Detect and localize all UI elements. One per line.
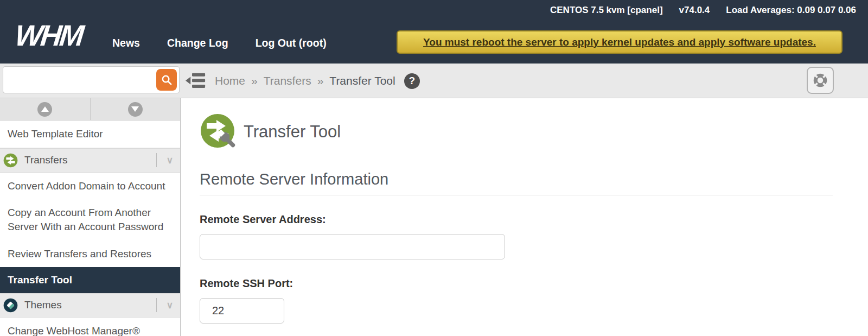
page-title-row: Transfer Tool [200, 113, 833, 151]
breadcrumb-current: Transfer Tool [329, 74, 395, 87]
sidebar-item-web-template-editor[interactable]: Web Template Editor [0, 121, 180, 148]
lifesaver-icon [811, 71, 829, 90]
sidebar-scroll-controls [0, 98, 180, 121]
remote-ssh-port-label: Remote SSH Port: [200, 277, 833, 290]
header-strip: Home » Transfers » Transfer Tool ? [0, 64, 868, 98]
remote-ssh-port-input[interactable] [200, 298, 284, 324]
collapse-sidebar-icon[interactable] [186, 72, 206, 90]
nav-link-log-out[interactable]: Log Out (root) [256, 37, 327, 49]
search-box [3, 66, 180, 93]
whm-version: v74.0.4 [679, 5, 710, 16]
breadcrumb-transfers[interactable]: Transfers [264, 74, 311, 87]
load-averages: Load Averages: 0.09 0.07 0.06 [726, 5, 856, 16]
sidebar-group-themes[interactable]: Themes ∨ [0, 293, 180, 318]
search-icon [161, 74, 173, 86]
sidebar-item-transfer-tool[interactable]: Transfer Tool [0, 267, 180, 293]
breadcrumb-separator: » [317, 74, 324, 87]
reboot-alert-banner[interactable]: You must reboot the server to apply kern… [397, 30, 843, 54]
sidebar-item-review-transfers[interactable]: Review Transfers and Restores [0, 240, 180, 268]
page-title: Transfer Tool [244, 122, 341, 142]
section-title: Remote Server Information [200, 170, 833, 195]
scroll-down-button[interactable] [90, 98, 181, 120]
group-divider [156, 153, 157, 167]
system-info: CENTOS 7.5 kvm [cpanel] [550, 5, 663, 16]
transfers-icon [3, 153, 18, 168]
remote-server-address-input[interactable] [200, 234, 505, 259]
transfer-tool-icon [200, 113, 238, 151]
arrow-down-icon [128, 102, 143, 117]
group-divider [156, 298, 157, 312]
breadcrumb-home[interactable]: Home [215, 74, 245, 87]
top-navbar: CENTOS 7.5 kvm [cpanel] v74.0.4 Load Ave… [0, 0, 868, 64]
breadcrumb-separator: » [251, 74, 258, 87]
whm-logo[interactable]: WHM [14, 18, 84, 52]
chevron-down-icon[interactable]: ∨ [164, 155, 176, 166]
search-input[interactable] [3, 67, 155, 93]
reboot-alert-link[interactable]: You must reboot the server to apply kern… [423, 36, 816, 48]
sidebar-item-convert-addon-domain[interactable]: Convert Addon Domain to Account [0, 173, 180, 200]
nav-link-news[interactable]: News [112, 37, 140, 49]
sidebar-group-transfers[interactable]: Transfers ∨ [0, 148, 180, 173]
arrow-up-icon [37, 102, 52, 117]
server-status-bar: CENTOS 7.5 kvm [cpanel] v74.0.4 Load Ave… [550, 5, 856, 16]
sidebar-group-label: Transfers [24, 154, 156, 166]
scroll-up-button[interactable] [0, 98, 90, 120]
sidebar-item-change-whm-theme[interactable]: Change WebHost Manager® Theme [0, 318, 180, 336]
sidebar-item-copy-account[interactable]: Copy an Account From Another Server With… [0, 199, 180, 240]
nav-link-change-log[interactable]: Change Log [167, 37, 228, 49]
sidebar-group-label: Themes [24, 299, 156, 311]
support-button[interactable] [807, 67, 834, 94]
nav-links: News Change Log Log Out (root) [112, 37, 327, 49]
remote-server-address-label: Remote Server Address: [200, 213, 833, 226]
themes-icon [3, 298, 18, 313]
search-button[interactable] [156, 69, 177, 91]
chevron-down-icon[interactable]: ∨ [164, 300, 176, 311]
breadcrumb: Home » Transfers » Transfer Tool ? [215, 64, 420, 98]
help-icon[interactable]: ? [404, 73, 420, 89]
main-content: Transfer Tool Remote Server Information … [181, 98, 868, 336]
sidebar: Web Template Editor Transfers ∨ Convert … [0, 98, 181, 336]
